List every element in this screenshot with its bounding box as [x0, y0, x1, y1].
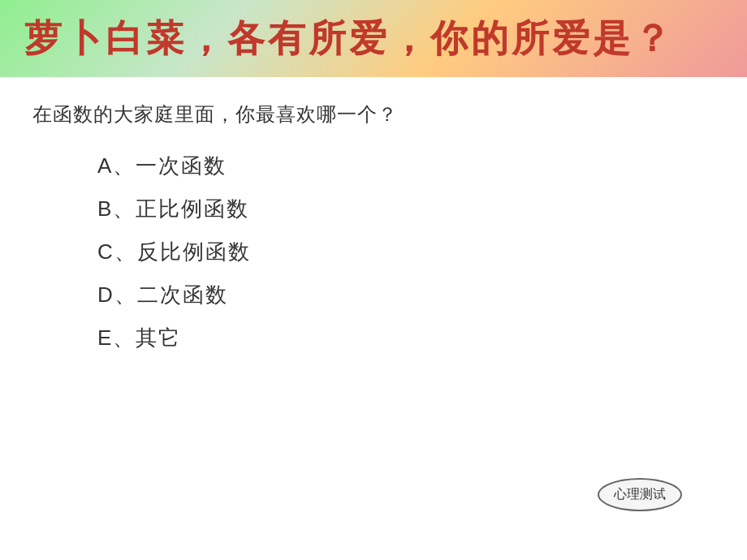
page-title: 萝卜白菜，各有所爱，你的所爱是？ [24, 14, 674, 64]
badge-container: 心理测试 [598, 478, 682, 511]
psychology-test-badge[interactable]: 心理测试 [598, 478, 682, 511]
question-text: 在函数的大家庭里面，你最喜欢哪一个？ [32, 101, 715, 127]
option-d[interactable]: D、二次函数 [97, 281, 715, 309]
option-c[interactable]: C、反比例函数 [97, 238, 715, 266]
option-b[interactable]: B、正比例函数 [97, 195, 715, 223]
options-list: A、一次函数 B、正比例函数 C、反比例函数 D、二次函数 E、其它 [32, 152, 715, 352]
main-content: 在函数的大家庭里面，你最喜欢哪一个？ A、一次函数 B、正比例函数 C、反比例函… [0, 101, 747, 352]
option-a[interactable]: A、一次函数 [97, 152, 715, 180]
header-banner: 萝卜白菜，各有所爱，你的所爱是？ [0, 0, 747, 77]
option-e[interactable]: E、其它 [97, 324, 715, 352]
